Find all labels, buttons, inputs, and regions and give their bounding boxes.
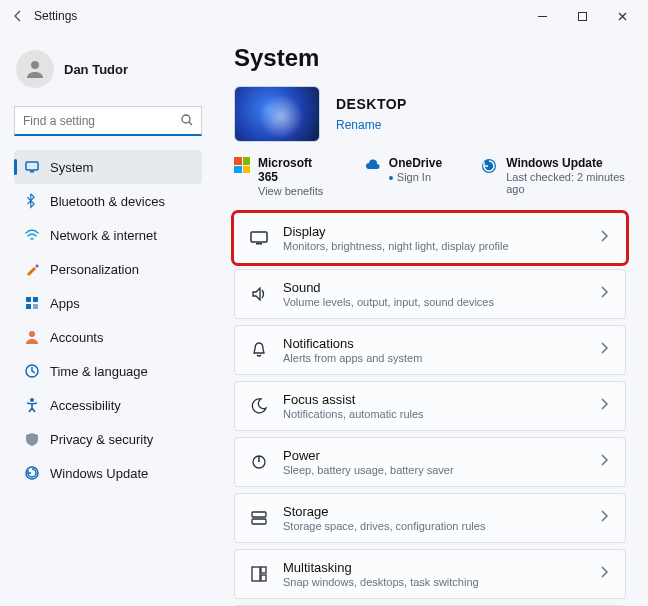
moon-icon <box>249 396 269 416</box>
minimize-button[interactable] <box>522 2 562 30</box>
card-title: Display <box>283 224 583 239</box>
nav-label: Apps <box>50 296 80 311</box>
card-subtitle: Snap windows, desktops, task switching <box>283 576 583 588</box>
rename-link[interactable]: Rename <box>336 118 407 132</box>
card-bell[interactable]: Notifications Alerts from apps and syste… <box>234 325 626 375</box>
card-subtitle: Alerts from apps and system <box>283 352 583 364</box>
window-title: Settings <box>34 9 77 23</box>
card-subtitle: Volume levels, output, input, sound devi… <box>283 296 583 308</box>
system-icon <box>24 159 40 175</box>
nav-label: Personalization <box>50 262 139 277</box>
tile-title: Windows Update <box>506 156 626 170</box>
card-subtitle: Storage space, drives, configuration rul… <box>283 520 583 532</box>
accessibility-icon <box>24 397 40 413</box>
tile-microsoft-365[interactable]: Microsoft 365 View benefits <box>234 156 325 197</box>
nav-item-accessibility[interactable]: Accessibility <box>14 388 202 422</box>
nav-item-system[interactable]: System <box>14 150 202 184</box>
search-input[interactable] <box>14 106 202 136</box>
device-name: DESKTOP <box>336 96 407 112</box>
tile-subtitle: Sign In <box>389 171 442 183</box>
user-name: Dan Tudor <box>64 62 128 77</box>
chevron-right-icon <box>597 452 611 472</box>
onedrive-icon <box>363 157 381 175</box>
nav-list: SystemBluetooth & devicesNetwork & inter… <box>14 150 202 490</box>
nav-label: Accessibility <box>50 398 121 413</box>
card-subtitle: Sleep, battery usage, battery saver <box>283 464 583 476</box>
avatar-icon <box>16 50 54 88</box>
chevron-right-icon <box>597 508 611 528</box>
chevron-right-icon <box>597 340 611 360</box>
update-icon <box>24 465 40 481</box>
storage-icon <box>249 508 269 528</box>
chevron-right-icon <box>597 564 611 584</box>
nav-item-shield[interactable]: Privacy & security <box>14 422 202 456</box>
card-title: Notifications <box>283 336 583 351</box>
settings-card-list: Display Monitors, brightness, night ligh… <box>234 213 626 606</box>
display-icon <box>249 228 269 248</box>
nav-item-update[interactable]: Windows Update <box>14 456 202 490</box>
nav-item-brush[interactable]: Personalization <box>14 252 202 286</box>
nav-item-clock[interactable]: Time & language <box>14 354 202 388</box>
nav-item-bluetooth[interactable]: Bluetooth & devices <box>14 184 202 218</box>
card-title: Multitasking <box>283 560 583 575</box>
nav-item-apps[interactable]: Apps <box>14 286 202 320</box>
chevron-right-icon <box>597 284 611 304</box>
nav-item-person[interactable]: Accounts <box>14 320 202 354</box>
tile-title: Microsoft 365 <box>258 156 325 184</box>
wallpaper-thumbnail[interactable] <box>234 86 320 142</box>
page-heading: System <box>234 44 626 72</box>
close-button[interactable] <box>602 2 642 30</box>
search-field[interactable] <box>23 114 180 128</box>
tile-onedrive[interactable]: OneDrive Sign In <box>363 156 442 183</box>
device-row: DESKTOP Rename <box>234 86 626 142</box>
card-power[interactable]: Power Sleep, battery usage, battery save… <box>234 437 626 487</box>
card-sound[interactable]: Sound Volume levels, output, input, soun… <box>234 269 626 319</box>
main-panel: System DESKTOP Rename Microsoft 365 View… <box>210 32 648 606</box>
search-icon <box>180 112 193 130</box>
card-subtitle: Notifications, automatic rules <box>283 408 583 420</box>
card-display[interactable]: Display Monitors, brightness, night ligh… <box>234 213 626 263</box>
nav-label: Accounts <box>50 330 103 345</box>
person-icon <box>24 329 40 345</box>
shield-icon <box>24 431 40 447</box>
windows-update-icon <box>480 157 498 175</box>
tile-subtitle: Last checked: 2 minutes ago <box>506 171 626 195</box>
titlebar: Settings <box>0 0 648 32</box>
sound-icon <box>249 284 269 304</box>
card-moon[interactable]: Focus assist Notifications, automatic ru… <box>234 381 626 431</box>
nav-label: Bluetooth & devices <box>50 194 165 209</box>
card-title: Power <box>283 448 583 463</box>
multitask-icon <box>249 564 269 584</box>
nav-label: Time & language <box>50 364 148 379</box>
microsoft-365-icon <box>234 157 250 175</box>
card-multitask[interactable]: Multitasking Snap windows, desktops, tas… <box>234 549 626 599</box>
nav-label: Windows Update <box>50 466 148 481</box>
nav-label: Privacy & security <box>50 432 153 447</box>
nav-label: System <box>50 160 93 175</box>
card-storage[interactable]: Storage Storage space, drives, configura… <box>234 493 626 543</box>
user-block[interactable]: Dan Tudor <box>16 50 202 88</box>
wifi-icon <box>24 227 40 243</box>
settings-window: Settings Dan Tudor SystemBluetooth & dev… <box>0 0 648 606</box>
nav-label: Network & internet <box>50 228 157 243</box>
nav-item-wifi[interactable]: Network & internet <box>14 218 202 252</box>
quick-tiles: Microsoft 365 View benefits OneDrive Sig… <box>234 156 626 197</box>
chevron-right-icon <box>597 228 611 248</box>
card-subtitle: Monitors, brightness, night light, displ… <box>283 240 583 252</box>
back-button[interactable] <box>6 4 30 28</box>
card-title: Sound <box>283 280 583 295</box>
bell-icon <box>249 340 269 360</box>
brush-icon <box>24 261 40 277</box>
apps-icon <box>24 295 40 311</box>
card-title: Focus assist <box>283 392 583 407</box>
card-title: Storage <box>283 504 583 519</box>
tile-title: OneDrive <box>389 156 442 170</box>
sidebar: Dan Tudor SystemBluetooth & devicesNetwo… <box>0 32 210 606</box>
power-icon <box>249 452 269 472</box>
tile-subtitle: View benefits <box>258 185 325 197</box>
bluetooth-icon <box>24 193 40 209</box>
chevron-right-icon <box>597 396 611 416</box>
maximize-button[interactable] <box>562 2 602 30</box>
tile-windows-update[interactable]: Windows Update Last checked: 2 minutes a… <box>480 156 626 195</box>
clock-icon <box>24 363 40 379</box>
